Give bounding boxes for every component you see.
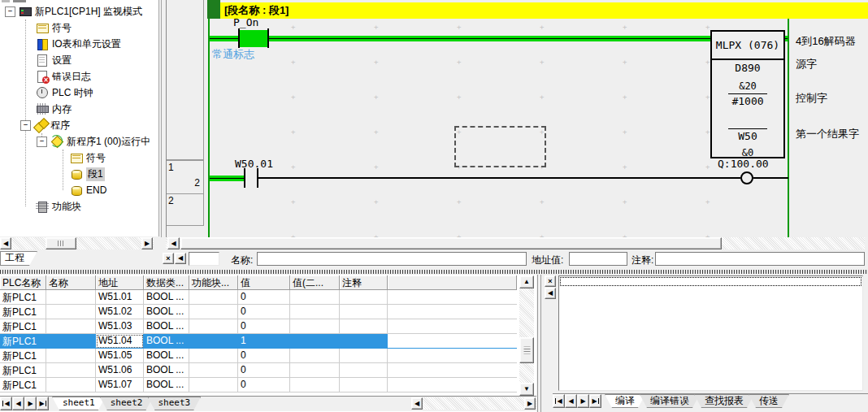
- address-cell[interactable]: W51.07: [96, 378, 144, 392]
- column-header[interactable]: 数据类...: [144, 275, 189, 290]
- value-binary-cell[interactable]: [290, 319, 340, 334]
- comment-field[interactable]: [655, 252, 865, 266]
- address-cell[interactable]: W51.05: [96, 349, 144, 363]
- data-type-cell[interactable]: BOOL ...: [144, 305, 189, 319]
- collapse-output-icon[interactable]: ◀: [545, 288, 556, 299]
- comment-cell[interactable]: [340, 349, 388, 363]
- value-cell[interactable]: 0: [238, 305, 290, 319]
- tree-item-memory[interactable]: 内存: [0, 101, 158, 117]
- result-operand[interactable]: W50: [712, 130, 783, 142]
- value-cell[interactable]: 0: [238, 349, 290, 363]
- comment-cell[interactable]: [340, 290, 388, 305]
- horizontal-splitter[interactable]: [0, 270, 868, 274]
- column-header[interactable]: 名称: [46, 275, 96, 290]
- scroll-right-button[interactable]: ▶: [524, 397, 536, 410]
- address-value-field[interactable]: [569, 252, 627, 266]
- output-tab-compile[interactable]: 编译: [605, 394, 645, 408]
- fb-usage-cell[interactable]: [189, 290, 238, 305]
- fb-usage-cell[interactable]: [189, 363, 238, 378]
- value-binary-cell[interactable]: [290, 334, 340, 349]
- fb-usage-cell[interactable]: [189, 334, 238, 349]
- last-sheet-icon[interactable]: ▶: [37, 397, 49, 410]
- output-log-area[interactable]: [558, 275, 863, 391]
- collapse-icon[interactable]: [5, 7, 15, 17]
- value-cell[interactable]: 0: [238, 319, 290, 334]
- scroll-down-button[interactable]: ▼: [519, 383, 534, 396]
- watch-vscrollbar[interactable]: ▲ ▼: [519, 275, 534, 396]
- comment-cell[interactable]: [340, 319, 388, 334]
- watch-table-row[interactable]: 新PLC1 W51.01 BOOL ... 0: [0, 290, 536, 305]
- comment-cell[interactable]: [340, 363, 388, 378]
- data-type-cell[interactable]: BOOL ...: [144, 349, 189, 363]
- tree-item-program-symbols[interactable]: 符号: [0, 150, 158, 166]
- data-type-cell[interactable]: BOOL ...: [144, 290, 189, 305]
- contact-symbol[interactable]: [267, 28, 269, 48]
- control-operand[interactable]: #1000: [712, 95, 783, 107]
- name-cell[interactable]: [46, 363, 96, 378]
- comment-cell[interactable]: [340, 305, 388, 319]
- address-cell[interactable]: W51.06: [96, 363, 144, 378]
- column-header[interactable]: 功能块...: [189, 275, 238, 290]
- fb-usage-cell[interactable]: [189, 319, 238, 334]
- column-header[interactable]: 地址: [96, 275, 144, 290]
- selection-marquee[interactable]: [454, 126, 546, 167]
- tree-item-io-table[interactable]: IO表和单元设置: [0, 36, 158, 52]
- comment-cell[interactable]: [340, 378, 388, 392]
- output-tab-compile-errors[interactable]: 编译错误: [640, 394, 700, 408]
- sheet-tab[interactable]: sheet3: [148, 397, 202, 410]
- watch-hscrollbar[interactable]: ◀ ▶: [411, 397, 536, 410]
- name-field[interactable]: [257, 252, 527, 266]
- output-focused-line[interactable]: [560, 277, 861, 286]
- fb-usage-cell[interactable]: [189, 305, 238, 319]
- address-cell[interactable]: W51.02: [96, 305, 144, 319]
- scroll-right-button[interactable]: ▶: [141, 237, 153, 249]
- value-cell[interactable]: 0: [238, 290, 290, 305]
- prev-tab-icon[interactable]: ◀: [565, 394, 577, 408]
- output-coil[interactable]: [740, 171, 753, 184]
- address-cell[interactable]: W51.03: [96, 319, 144, 334]
- tree-item-plc[interactable]: 新PLC1[CP1H] 监视模式: [0, 3, 158, 20]
- collapse-pane-icon[interactable]: ◀: [175, 253, 186, 264]
- value-cell[interactable]: 0: [238, 363, 290, 378]
- watch-table-row[interactable]: 新PLC1 W51.07 BOOL ... 0: [0, 378, 536, 392]
- first-tab-icon[interactable]: ◀: [553, 394, 565, 408]
- sheet-tab[interactable]: sheet1: [52, 397, 106, 410]
- plc-name-cell[interactable]: 新PLC1: [0, 305, 46, 319]
- tree-hscrollbar[interactable]: ◀ ▶: [0, 237, 154, 249]
- fb-instance-box[interactable]: [189, 252, 219, 266]
- prev-sheet-icon[interactable]: ◀: [12, 397, 24, 410]
- tree-item-error-log[interactable]: 错误日志: [0, 68, 158, 85]
- data-type-cell[interactable]: BOOL ...: [144, 378, 189, 392]
- next-sheet-icon[interactable]: ▶: [24, 397, 37, 410]
- data-type-cell[interactable]: BOOL ...: [144, 334, 189, 349]
- collapse-icon[interactable]: [37, 137, 47, 147]
- name-cell[interactable]: [46, 378, 96, 392]
- sheet-tab[interactable]: sheet2: [100, 397, 154, 410]
- tree-item-settings[interactable]: 设置: [0, 52, 158, 68]
- plc-name-cell[interactable]: 新PLC1: [0, 363, 46, 378]
- source-operand[interactable]: D890: [712, 62, 783, 74]
- output-tab-find-report[interactable]: 查找报表: [694, 394, 754, 408]
- value-binary-cell[interactable]: [290, 363, 340, 378]
- ladder-hscrollbar[interactable]: ◀: [166, 237, 865, 249]
- address-cell[interactable]: W51.01: [96, 290, 144, 305]
- value-binary-cell[interactable]: [290, 290, 340, 305]
- column-header[interactable]: 值(二...: [290, 275, 340, 290]
- tree-item-section1[interactable]: 段1: [0, 166, 158, 182]
- rung-margin-cell[interactable]: [167, 0, 204, 160]
- tree-item-program1[interactable]: 新程序1 (00)运行中: [0, 133, 158, 150]
- watch-table-row[interactable]: 新PLC1 W51.06 BOOL ... 0: [0, 363, 536, 378]
- name-cell[interactable]: [46, 305, 96, 319]
- tree-item-plc-clock[interactable]: PLC 时钟: [0, 85, 158, 101]
- tree-item-function-blocks[interactable]: 功能块: [0, 198, 158, 215]
- value-binary-cell[interactable]: [290, 378, 340, 392]
- tree-item-symbols[interactable]: 符号: [0, 20, 158, 36]
- watch-table-row[interactable]: 新PLC1 W51.02 BOOL ... 0: [0, 305, 536, 319]
- fb-usage-cell[interactable]: [189, 378, 238, 392]
- plc-name-cell[interactable]: 新PLC1: [0, 349, 46, 363]
- tree-item-programs[interactable]: 程序: [0, 117, 158, 133]
- scrollbar-thumb[interactable]: [519, 337, 534, 363]
- collapse-icon[interactable]: [20, 120, 31, 131]
- contact-symbol[interactable]: [238, 28, 240, 48]
- mlpx-instruction-block[interactable]: MLPX (076) D890 &20 #1000 W50 &0: [710, 30, 785, 158]
